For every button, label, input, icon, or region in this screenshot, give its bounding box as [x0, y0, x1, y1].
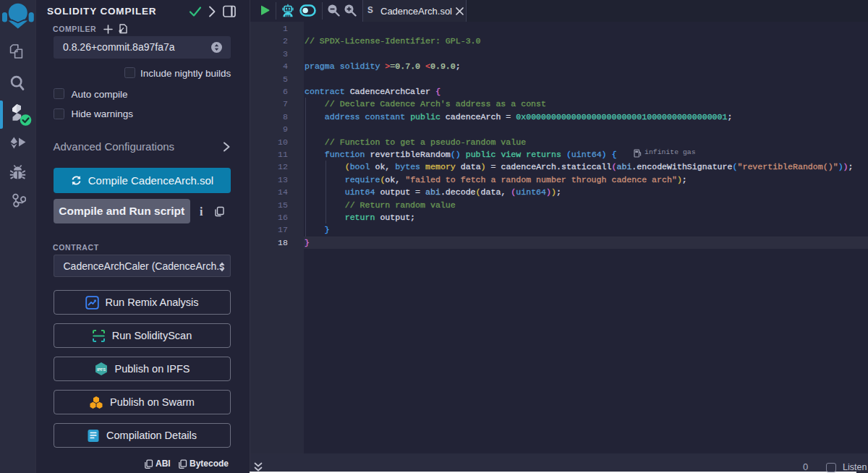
svg-text:IPFS: IPFS — [97, 367, 106, 372]
